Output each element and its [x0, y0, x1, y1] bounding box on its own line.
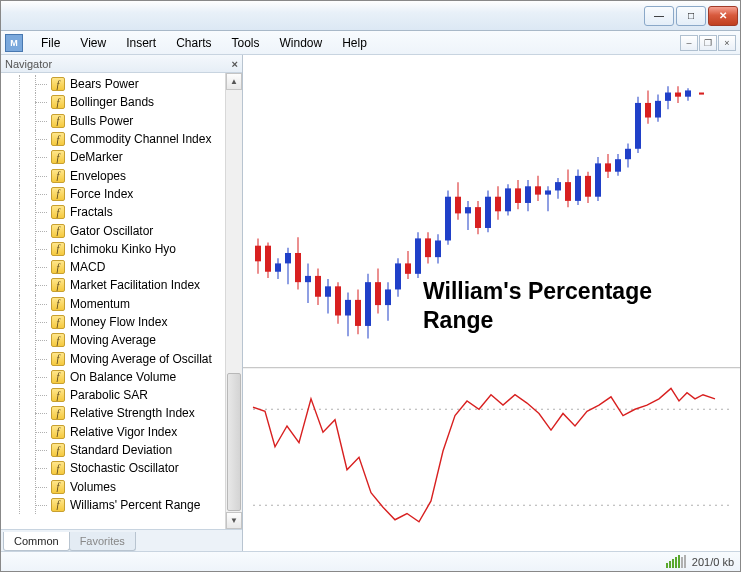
- svg-rect-53: [515, 188, 521, 203]
- navigator-scrollbar[interactable]: ▲ ▼: [225, 73, 242, 529]
- svg-rect-83: [665, 93, 671, 101]
- indicator-icon: f: [51, 132, 65, 146]
- svg-rect-9: [295, 253, 301, 282]
- indicator-item[interactable]: fMarket Facilitation Index: [3, 276, 224, 294]
- menu-insert[interactable]: Insert: [116, 34, 166, 52]
- indicator-item[interactable]: fGator Oscillator: [3, 221, 224, 239]
- indicator-item[interactable]: fRelative Vigor Index: [3, 423, 224, 441]
- svg-rect-11: [305, 276, 311, 282]
- svg-rect-33: [415, 238, 421, 273]
- mdi-restore-button[interactable]: ❐: [699, 35, 717, 51]
- chart-annotation-line1: William's Percentage: [423, 277, 652, 306]
- indicator-item[interactable]: fMoving Average of Oscillat: [3, 349, 224, 367]
- mdi-close-button[interactable]: ×: [718, 35, 736, 51]
- indicator-icon: f: [51, 315, 65, 329]
- window-close-button[interactable]: ✕: [708, 6, 738, 26]
- indicator-icon: f: [51, 388, 65, 402]
- indicator-label: Ichimoku Kinko Hyo: [70, 242, 176, 256]
- indicator-icon: f: [51, 333, 65, 347]
- svg-rect-85: [675, 93, 681, 97]
- indicator-icon: f: [51, 260, 65, 274]
- svg-rect-57: [535, 186, 541, 194]
- scroll-down-button[interactable]: ▼: [226, 512, 242, 529]
- navigator-tab-favorites[interactable]: Favorites: [69, 532, 136, 551]
- indicator-label: MACD: [70, 260, 105, 274]
- indicator-icon: f: [51, 480, 65, 494]
- indicator-icon: f: [51, 297, 65, 311]
- menu-charts[interactable]: Charts: [166, 34, 221, 52]
- indicator-item[interactable]: fVolumes: [3, 478, 224, 496]
- indicator-label: Moving Average: [70, 333, 156, 347]
- svg-rect-37: [435, 240, 441, 257]
- indicator-item[interactable]: fIchimoku Kinko Hyo: [3, 240, 224, 258]
- indicator-icon: f: [51, 278, 65, 292]
- navigator-panel: Navigator × fBears PowerfBollinger Bands…: [1, 55, 243, 551]
- indicator-item[interactable]: fMACD: [3, 258, 224, 276]
- indicator-icon: f: [51, 370, 65, 384]
- status-kb-label: 201/0 kb: [692, 556, 734, 568]
- window-maximize-button[interactable]: □: [676, 6, 706, 26]
- indicator-label: Standard Deviation: [70, 443, 172, 457]
- indicator-item[interactable]: fStochastic Oscillator: [3, 459, 224, 477]
- indicator-label: Stochastic Oscillator: [70, 461, 179, 475]
- indicator-label: DeMarker: [70, 150, 123, 164]
- chart-area[interactable]: William's Percentage Range: [243, 55, 740, 551]
- indicator-item[interactable]: fFractals: [3, 203, 224, 221]
- chart-annotation-line2: Range: [423, 306, 652, 335]
- indicator-item[interactable]: fDeMarker: [3, 148, 224, 166]
- indicator-item[interactable]: fMoney Flow Index: [3, 313, 224, 331]
- navigator-close-button[interactable]: ×: [232, 58, 238, 70]
- svg-rect-5: [275, 263, 281, 271]
- indicator-icon: f: [51, 150, 65, 164]
- indicator-icon: f: [51, 187, 65, 201]
- svg-rect-61: [555, 182, 561, 190]
- indicator-item[interactable]: fForce Index: [3, 185, 224, 203]
- menu-tools[interactable]: Tools: [222, 34, 270, 52]
- svg-rect-69: [595, 163, 601, 196]
- indicator-item[interactable]: fMoving Average: [3, 331, 224, 349]
- svg-rect-67: [585, 176, 591, 197]
- navigator-title-label: Navigator: [5, 58, 52, 70]
- menu-file[interactable]: File: [31, 34, 70, 52]
- indicator-label: Bulls Power: [70, 114, 133, 128]
- navigator-title: Navigator ×: [1, 55, 242, 73]
- indicator-label: Relative Vigor Index: [70, 425, 177, 439]
- scroll-up-button[interactable]: ▲: [226, 73, 242, 90]
- indicator-icon: f: [51, 77, 65, 91]
- indicator-icon: f: [51, 425, 65, 439]
- svg-rect-51: [505, 188, 511, 211]
- indicator-item[interactable]: fCommodity Channel Index: [3, 130, 224, 148]
- svg-rect-49: [495, 197, 501, 212]
- indicator-item[interactable]: fWilliams' Percent Range: [3, 496, 224, 514]
- svg-rect-81: [655, 101, 661, 118]
- svg-rect-19: [345, 300, 351, 316]
- window-minimize-button[interactable]: —: [644, 6, 674, 26]
- svg-rect-31: [405, 263, 411, 273]
- indicator-label: Money Flow Index: [70, 315, 167, 329]
- svg-rect-1: [255, 246, 261, 262]
- indicator-item[interactable]: fEnvelopes: [3, 166, 224, 184]
- svg-rect-27: [385, 289, 391, 305]
- indicator-item[interactable]: fStandard Deviation: [3, 441, 224, 459]
- svg-rect-17: [335, 286, 341, 315]
- indicator-icon: f: [51, 205, 65, 219]
- svg-rect-13: [315, 276, 321, 297]
- indicator-item[interactable]: fBulls Power: [3, 112, 224, 130]
- indicator-label: Volumes: [70, 480, 116, 494]
- indicator-item[interactable]: fMomentum: [3, 295, 224, 313]
- scroll-thumb[interactable]: [227, 373, 241, 511]
- connection-bars-icon: [666, 555, 686, 568]
- indicator-item[interactable]: fBollinger Bands: [3, 93, 224, 111]
- menu-window[interactable]: Window: [270, 34, 333, 52]
- menu-view[interactable]: View: [70, 34, 116, 52]
- indicator-item[interactable]: fBears Power: [3, 75, 224, 93]
- menu-help[interactable]: Help: [332, 34, 377, 52]
- indicator-item[interactable]: fParabolic SAR: [3, 386, 224, 404]
- indicator-label: Bears Power: [70, 77, 139, 91]
- indicator-item[interactable]: fOn Balance Volume: [3, 368, 224, 386]
- navigator-tab-common[interactable]: Common: [3, 532, 70, 551]
- indicator-icon: f: [51, 242, 65, 256]
- indicator-item[interactable]: fRelative Strength Index: [3, 404, 224, 422]
- indicator-label: Parabolic SAR: [70, 388, 148, 402]
- mdi-minimize-button[interactable]: –: [680, 35, 698, 51]
